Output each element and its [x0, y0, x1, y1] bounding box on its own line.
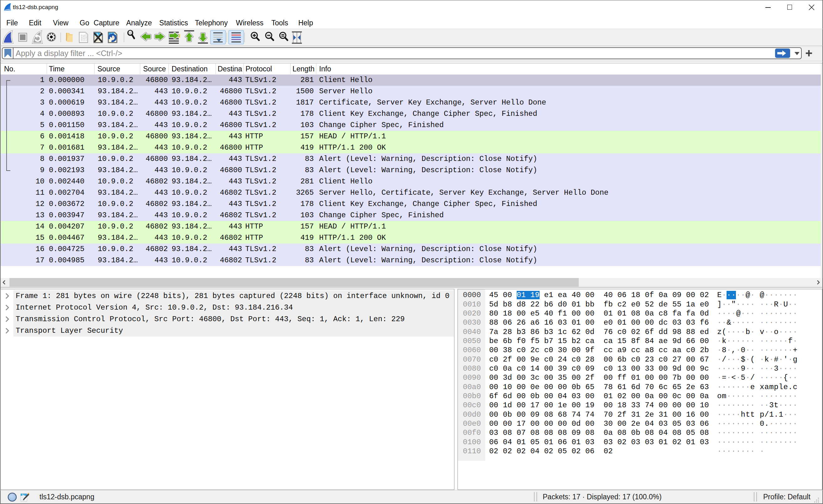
svg-text:0111: 0111 — [81, 39, 87, 42]
svg-text:010: 010 — [21, 495, 25, 497]
